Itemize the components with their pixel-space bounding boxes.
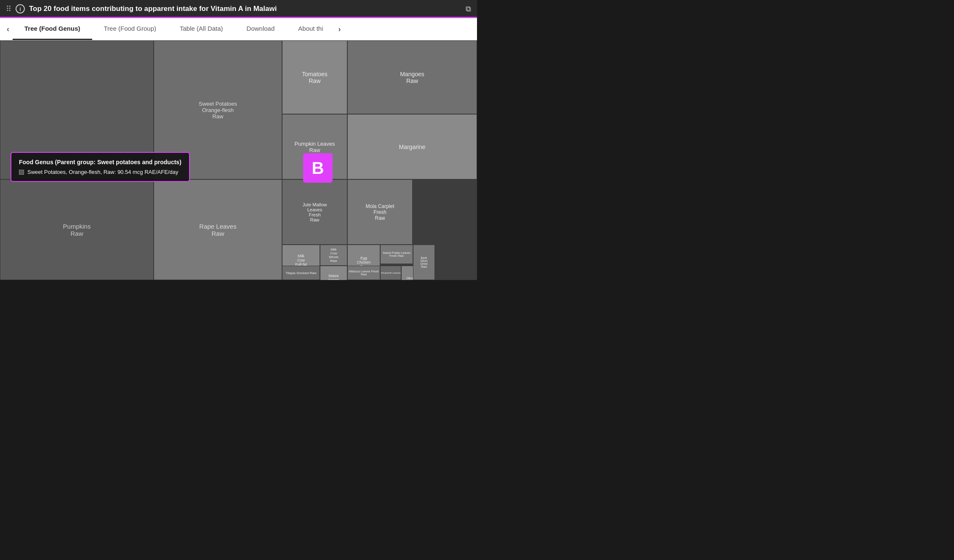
tooltip-item-text: Sweet Potatoes, Orange-flesh, Raw: 90.54… — [27, 169, 178, 175]
tab-tree-food-group[interactable]: Tree (Food Group) — [92, 18, 168, 40]
block-pumpkins[interactable]: PumpkinsRaw — [0, 179, 154, 280]
grid-icon: ⠿ — [6, 4, 11, 13]
block-tomatoes[interactable]: TomatoesRaw — [282, 40, 347, 114]
tab-table-all-data[interactable]: Table (All Data) — [168, 18, 235, 40]
block-pumpkins-label: PumpkinsRaw — [63, 223, 91, 237]
tab-prev-arrow[interactable]: ‹ — [3, 19, 13, 40]
block-amaranth[interactable]: Amaranth Leaves — [380, 266, 401, 280]
block-maize-green-label: MaizeGreenRaw — [328, 274, 339, 280]
block-tilapia-smoked-label: Tilapia Smoked Raw — [285, 271, 316, 275]
block-jute-mallow-label: Jute MallowLeavesFreshRaw — [302, 202, 327, 222]
block-amaranth-label: Amaranth Leaves — [381, 272, 400, 274]
block-hibiscus-leaves[interactable]: Hibiscus Leaves Fresh Raw — [347, 266, 380, 280]
tooltip-color-swatch — [19, 170, 24, 175]
tab-tree-food-genus[interactable]: Tree (Food Genus) — [13, 18, 92, 40]
block-tomatoes-label: TomatoesRaw — [302, 71, 328, 84]
tooltip-item: Sweet Potatoes, Orange-flesh, Raw: 90.54… — [19, 169, 181, 175]
block-jute-mallow[interactable]: Jute MallowLeavesFreshRaw — [282, 179, 347, 245]
block-barb-silver[interactable]: BarbSilverDriedRaw — [413, 245, 435, 280]
block-barb-silver-label: BarbSilverDriedRaw — [420, 256, 428, 268]
block-sweet-potato-leaves-label: Sweet Potato Leaves Fresh Raw — [381, 251, 413, 257]
tab-next-arrow[interactable]: › — [335, 19, 344, 40]
block-mangoes[interactable]: MangoesRaw — [347, 40, 477, 114]
block-rape-leaves-label: Rape LeavesRaw — [199, 223, 236, 237]
block-milk-cow-whole-label: MilkCowWholeRaw — [329, 248, 338, 263]
treemap: Sweet PotatoesOrange-fleshRaw PumpkinsRa… — [0, 40, 477, 280]
block-milk-cow-whole[interactable]: MilkCowWholeRaw — [320, 245, 347, 266]
block-rape-leaves[interactable]: Rape LeavesRaw — [154, 179, 282, 280]
tab-about[interactable]: About thi — [286, 18, 335, 40]
block-sweet-potato-orange-label: Sweet PotatoesOrange-fleshRaw — [199, 101, 237, 120]
block-mola-carplet-label: Mola CarpletFreshRaw — [365, 203, 394, 221]
block-maize-green[interactable]: MaizeGreenRaw — [320, 266, 347, 280]
block-pumpkin-leaves-label: Pumpkin LeavesRaw — [294, 141, 335, 153]
page-title: Top 20 food items contributing to appare… — [29, 5, 461, 13]
block-margarine[interactable]: Margarine — [347, 114, 477, 179]
title-bar: ⠿ i Top 20 food items contributing to ap… — [0, 0, 477, 18]
external-link-icon[interactable]: ⧉ — [466, 5, 471, 13]
tooltip: Food Genus (Parent group: Sweet potatoes… — [11, 152, 190, 182]
block-tilapia-smoked[interactable]: Tilapia Smoked Raw — [282, 266, 320, 280]
treemap-container: Sweet PotatoesOrange-fleshRaw PumpkinsRa… — [0, 40, 477, 280]
block-hibiscus-leaves-label: Hibiscus Leaves Fresh Raw — [348, 270, 380, 276]
tab-bar: ‹ Tree (Food Genus) Tree (Food Group) Ta… — [0, 18, 477, 40]
block-sweet-potato-leaves[interactable]: Sweet Potato Leaves Fresh Raw — [380, 245, 413, 264]
block-margarine-label: Margarine — [399, 144, 425, 150]
block-mangoes-label: MangoesRaw — [400, 71, 424, 84]
info-icon[interactable]: i — [16, 4, 25, 13]
block-mola-carplet[interactable]: Mola CarpletFreshRaw — [347, 179, 413, 245]
tab-download[interactable]: Download — [235, 18, 287, 40]
tooltip-title: Food Genus (Parent group: Sweet potatoes… — [19, 159, 181, 165]
annotation-b: B — [303, 153, 333, 183]
